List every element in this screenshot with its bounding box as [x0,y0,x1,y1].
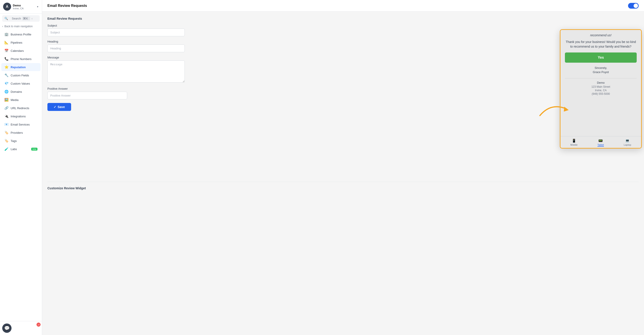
back-navigation[interactable]: ‹ Back to main navigation [0,23,42,29]
back-nav-label: Back to main navigation [4,25,32,28]
reputation-icon: ⭐ [4,65,8,69]
chat-button[interactable]: 💬 [2,324,12,333]
chevron-left-icon: ‹ [2,25,3,28]
sidebar-item-label: Media [11,98,18,102]
sidebar-item-label: Custom Fields [11,74,29,77]
email-services-icon: 📧 [4,122,8,126]
sidebar-nav: 🏢 Business Profile 📐 Pipelines 📅 Calenda… [0,29,42,321]
top-bar: Email Review Requests [42,0,644,11]
sidebar-item-calendars[interactable]: 📅 Calendars [1,47,40,55]
sidebar-item-label: Business Profile [11,33,31,36]
tablet-icon: 📟 [598,139,603,143]
tab-laptop[interactable]: 💻 Laptop [624,139,631,147]
sidebar-item-custom-values[interactable]: 💎 Custom Values [1,79,40,87]
custom-fields-icon: 🔧 [4,73,8,77]
search-icon: 🔍 [4,17,10,20]
page-title: Email Review Requests [48,4,87,8]
user-profile[interactable]: A Demo Irvine, CA ▼ [0,0,42,13]
sidebar-item-label: Integrations [11,115,26,118]
sidebar-item-label: Email Services [11,123,30,126]
message-group: Message [48,56,639,83]
new-badge: new [31,148,38,151]
domains-icon: 🌐 [4,90,8,94]
phone-numbers-icon: 📞 [4,57,8,61]
pipelines-icon: 📐 [4,40,8,44]
avatar: A [3,3,11,11]
subject-input[interactable] [48,28,185,36]
chat-badge: 10 [36,323,40,327]
preview-city-state: Irvine, CA [565,89,637,92]
sidebar-item-custom-fields[interactable]: 🔧 Custom Fields [1,71,40,79]
tab-tablet-label: Tablet [598,143,604,146]
business-profile-icon: 🏢 [4,32,8,36]
user-info: Demo Irvine, CA [13,4,35,10]
sidebar-item-providers[interactable]: 🏷️ Providers [1,129,40,137]
sidebar-item-label: Providers [11,131,23,134]
sidebar-item-label: Tags [11,139,16,143]
sidebar-item-label: Labs [11,147,17,151]
tags-icon: 🏷️ [4,139,8,143]
message-input[interactable] [48,60,185,83]
preview-message: Thank you for your business! Would you b… [565,40,637,49]
sidebar-item-pipelines[interactable]: 📐 Pipelines [1,38,40,46]
preview-business-name: Demo [565,81,637,84]
tab-mobile[interactable]: 📱 Mobile [570,139,578,147]
main-content: Email Review Requests Email Review Reque… [42,0,644,335]
sidebar-item-label: Calendars [11,49,24,52]
preview-yes-button[interactable]: Yes [565,52,637,63]
preview-header-text: recommend us! [565,33,637,37]
positive-answer-label: Positive Answer [48,87,639,90]
sidebar-item-labs[interactable]: 🧪 Labs new [1,145,40,153]
heading-input[interactable] [48,44,185,52]
sidebar-item-email-services[interactable]: 📧 Email Services [1,120,40,128]
checkmark-icon: ✓ [54,105,56,109]
customize-section-title: Customize Review Widget [48,186,639,190]
arrow-icon: ↑ [32,17,38,20]
sidebar-bottom: 💬 10 [0,321,42,335]
labs-icon: 🧪 [4,147,8,151]
sidebar: A Demo Irvine, CA ▼ 🔍 Search ⌘K ↑ ‹ Back… [0,0,42,335]
url-redirects-icon: 🔗 [4,106,8,110]
sidebar-item-reputation[interactable]: ⭐ Reputation [1,63,40,71]
preview-panel: recommend us! Thank you for your busines… [560,29,642,149]
save-button[interactable]: ✓ Save [48,103,71,111]
laptop-icon: 💻 [625,139,630,143]
sidebar-item-label: Phone Numbers [11,57,32,61]
sidebar-item-url-redirects[interactable]: 🔗 URL Redirects [1,104,40,112]
sidebar-item-label: Pipelines [11,41,22,44]
form-section-title: Email Review Requests [48,17,639,20]
sidebar-item-phone-numbers[interactable]: 📞 Phone Numbers [1,55,40,63]
sidebar-item-label: Custom Values [11,82,30,85]
sidebar-item-label: URL Redirects [11,106,29,110]
positive-answer-input[interactable] [48,92,127,99]
preview-divider [565,78,637,78]
preview-sincerely: Sincerely, [565,66,637,69]
search-shortcut: ⌘K [22,16,30,20]
preview-phone: (949) 555-5000 [565,92,637,95]
sidebar-item-media[interactable]: 🖼️ Media [1,96,40,104]
customize-section: Customize Review Widget [48,182,639,190]
content-area: Email Review Requests Subject Heading Me… [42,11,644,335]
preview-address: 123 Main Street [565,85,637,88]
search-bar[interactable]: 🔍 Search ⌘K ↑ [2,15,40,22]
sidebar-item-label: Domains [11,90,22,93]
media-icon: 🖼️ [4,98,8,102]
calendars-icon: 📅 [4,49,8,53]
email-review-toggle[interactable] [628,3,639,9]
chevron-down-icon: ▼ [36,5,39,8]
message-label: Message [48,56,639,59]
providers-icon: 🏷️ [4,131,8,135]
tab-laptop-label: Laptop [624,143,631,146]
tab-mobile-label: Mobile [570,143,578,146]
subject-label: Subject [48,24,639,27]
sidebar-item-domains[interactable]: 🌐 Domains [1,88,40,96]
tab-tablet[interactable]: 📟 Tablet [598,139,604,147]
integrations-icon: 🔌 [4,114,8,118]
custom-values-icon: 💎 [4,81,8,85]
sidebar-item-tags[interactable]: 🏷️ Tags [1,137,40,145]
user-name: Demo [13,4,35,7]
preview-inner: recommend us! Thank you for your busines… [560,30,641,136]
sidebar-item-business-profile[interactable]: 🏢 Business Profile [1,30,40,38]
sidebar-item-integrations[interactable]: 🔌 Integrations [1,112,40,120]
heading-label: Heading [48,40,639,43]
